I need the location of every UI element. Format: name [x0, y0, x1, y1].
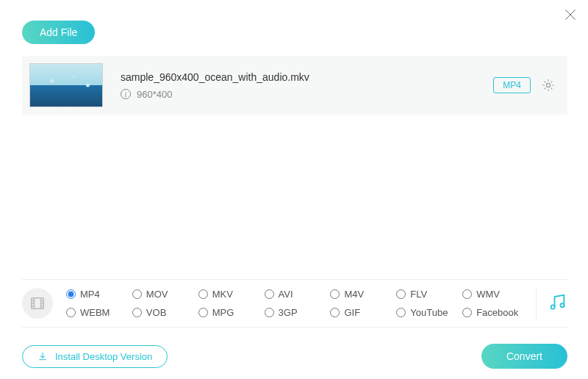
format-radio[interactable]: [66, 289, 76, 299]
format-grid: MP4MOVMKVAVIM4VFLVWMVWEBMVOBMPG3GPGIFYou…: [66, 289, 526, 318]
format-option-wmv[interactable]: WMV: [462, 289, 526, 300]
format-radio[interactable]: [265, 289, 274, 299]
format-option-avi[interactable]: AVI: [265, 289, 328, 300]
format-option-webm[interactable]: WEBM: [66, 307, 129, 318]
svg-point-2: [546, 83, 550, 87]
format-option-youtube[interactable]: YouTube: [396, 307, 459, 318]
format-radio[interactable]: [396, 308, 406, 317]
format-radio[interactable]: [396, 289, 406, 299]
format-option-label: YouTube: [410, 307, 448, 318]
format-panel: MP4MOVMKVAVIM4VFLVWMVWEBMVOBMPG3GPGIFYou…: [22, 279, 567, 328]
target-format-badge[interactable]: MP4: [493, 77, 531, 93]
format-radio[interactable]: [132, 289, 142, 299]
file-resolution: 960*400: [137, 89, 172, 100]
close-icon: [563, 7, 578, 22]
format-option-label: 3GP: [279, 307, 298, 318]
svg-point-12: [551, 305, 555, 308]
format-option-label: FLV: [410, 289, 427, 300]
format-option-facebook[interactable]: Facebook: [462, 307, 526, 318]
format-radio[interactable]: [66, 308, 76, 317]
close-button[interactable]: [563, 7, 578, 22]
format-option-flv[interactable]: FLV: [396, 289, 459, 300]
format-option-label: VOB: [146, 307, 166, 318]
format-option-label: MOV: [146, 289, 168, 300]
film-icon: [29, 295, 46, 311]
format-option-label: WMV: [476, 289, 500, 300]
format-radio[interactable]: [265, 308, 274, 317]
format-option-gif[interactable]: GIF: [330, 307, 393, 318]
download-icon: [37, 351, 48, 361]
format-option-mov[interactable]: MOV: [132, 289, 196, 300]
format-option-mp4[interactable]: MP4: [66, 289, 129, 300]
info-icon[interactable]: i: [121, 89, 131, 99]
format-radio[interactable]: [330, 308, 340, 317]
add-file-label: Add File: [40, 26, 77, 38]
format-option-label: Facebook: [476, 307, 518, 318]
format-radio[interactable]: [462, 289, 472, 299]
format-radio[interactable]: [132, 308, 142, 317]
convert-label: Convert: [506, 350, 542, 362]
format-option-vob[interactable]: VOB: [132, 307, 196, 318]
format-option-label: GIF: [344, 307, 360, 318]
music-icon: [547, 292, 567, 312]
file-row: sample_960x400_ocean_with_audio.mkv i 96…: [22, 56, 567, 115]
install-desktop-label: Install Desktop Version: [55, 351, 152, 362]
separator: [536, 287, 537, 320]
format-option-mpg[interactable]: MPG: [198, 307, 262, 318]
format-option-label: MKV: [212, 289, 233, 300]
format-option-label: M4V: [344, 289, 364, 300]
format-radio[interactable]: [198, 308, 208, 317]
convert-button[interactable]: Convert: [481, 344, 567, 369]
svg-point-13: [560, 303, 564, 307]
format-option-label: MPG: [212, 307, 234, 318]
format-radio[interactable]: [330, 289, 340, 299]
format-radio[interactable]: [462, 308, 472, 317]
format-option-label: AVI: [279, 289, 293, 300]
format-option-label: WEBM: [80, 307, 110, 318]
format-option-m4v[interactable]: M4V: [330, 289, 393, 300]
file-thumbnail[interactable]: [29, 63, 103, 107]
audio-mode-button[interactable]: [547, 292, 567, 315]
format-option-3gp[interactable]: 3GP: [265, 307, 328, 318]
video-mode-button[interactable]: [22, 288, 53, 319]
bottom-bar: Install Desktop Version Convert: [22, 344, 567, 369]
install-desktop-button[interactable]: Install Desktop Version: [22, 345, 168, 368]
file-name: sample_960x400_ocean_with_audio.mkv: [121, 71, 493, 83]
settings-button[interactable]: [541, 78, 556, 93]
file-info: sample_960x400_ocean_with_audio.mkv i 96…: [103, 71, 493, 100]
format-option-label: MP4: [80, 289, 100, 300]
gear-icon: [541, 78, 556, 93]
format-radio[interactable]: [198, 289, 208, 299]
file-meta: i 960*400: [121, 89, 493, 100]
format-option-mkv[interactable]: MKV: [198, 289, 262, 300]
add-file-button[interactable]: Add File: [22, 21, 95, 44]
